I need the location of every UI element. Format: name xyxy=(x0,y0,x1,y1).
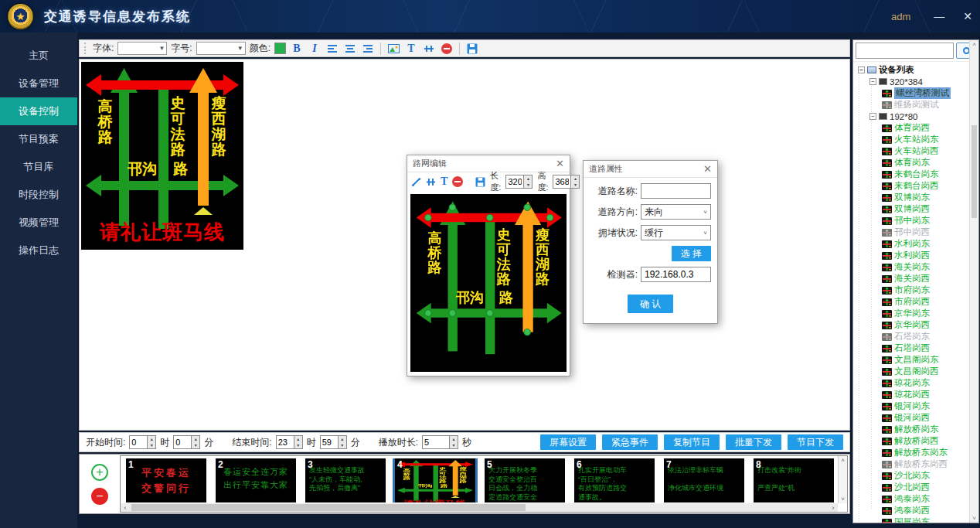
close-icon[interactable]: ✕ xyxy=(703,163,712,175)
control-point[interactable] xyxy=(546,214,554,222)
roadnet-canvas[interactable]: 高桥路 史可法路 瘦西湖路 邗沟 路 xyxy=(410,194,567,372)
device-tree-row[interactable]: − 解放桥岗西 xyxy=(882,435,968,447)
scroll-up-icon[interactable]: ˄ xyxy=(841,457,845,464)
congestion-select[interactable]: 缓行˅ xyxy=(641,225,711,240)
device-tree-row[interactable]: − 文昌阁岗西 xyxy=(882,366,968,377)
duration-spinner[interactable]: ▴▾ xyxy=(422,435,458,449)
detector-input[interactable] xyxy=(641,267,711,282)
control-point[interactable] xyxy=(424,214,432,222)
end-hour-spinner[interactable]: ▴▾ xyxy=(276,435,303,449)
roadnet-tool-icon[interactable] xyxy=(422,42,436,56)
device-tree-row[interactable]: − 市府岗东 xyxy=(882,284,968,296)
device-tree-row[interactable]: − 海关岗西 xyxy=(882,273,968,284)
playlist-item[interactable]: 2 春运安全连万家 出行平安靠大家 xyxy=(216,458,296,502)
device-tree-row[interactable]: − 解放桥东岗西 xyxy=(882,458,968,470)
control-point[interactable] xyxy=(424,309,432,317)
tree-collapse-icon[interactable]: − xyxy=(858,66,865,73)
road-tool-icon[interactable] xyxy=(426,175,436,189)
spin-down-icon[interactable]: ▾ xyxy=(148,442,155,448)
scroll-left-icon[interactable]: ‹ xyxy=(121,504,130,512)
device-tree-row[interactable]: − 国展岗东 xyxy=(882,516,968,523)
spin-down-icon[interactable]: ▾ xyxy=(294,442,302,448)
device-tree-row[interactable]: − 邗中岗东 xyxy=(882,215,968,227)
spin-up-icon[interactable]: ▴ xyxy=(524,175,532,182)
length-spinner[interactable]: ▴▾ xyxy=(505,175,533,189)
sign-preview[interactable]: 高桥路 史可法路 瘦西湖路 邗沟 路 请礼让斑马线 xyxy=(81,62,243,250)
playlist-vertical-scrollbar[interactable]: ˄˅ xyxy=(838,456,847,503)
action-button[interactable]: 复制节目 xyxy=(664,434,720,450)
select-button[interactable]: 选 择 xyxy=(672,246,711,261)
device-tree-row[interactable]: − 石塔岗西 xyxy=(882,342,968,354)
playlist-item[interactable]: 8 打击改装“炸街 严查严处“机 xyxy=(754,458,834,502)
scroll-up-icon[interactable]: ˄ xyxy=(972,41,976,48)
end-hour-input[interactable] xyxy=(277,436,294,448)
scroll-right-icon[interactable]: › xyxy=(829,504,838,512)
device-tree-row[interactable]: − 银河岗东 xyxy=(882,400,968,412)
edit-canvas[interactable]: 高桥路 史可法路 瘦西湖路 邗沟 路 请礼让斑马线 路网编辑 ✕ T xyxy=(79,59,850,431)
color-swatch[interactable] xyxy=(274,43,286,54)
sidebar-item[interactable]: 节目库 xyxy=(0,153,77,181)
end-minute-input[interactable] xyxy=(321,436,338,448)
height-input[interactable] xyxy=(553,175,570,188)
close-button[interactable]: ✕ xyxy=(963,11,972,22)
align-right-button[interactable] xyxy=(361,42,375,56)
save-icon[interactable] xyxy=(475,175,485,189)
spin-down-icon[interactable]: ▾ xyxy=(571,182,579,188)
control-point[interactable] xyxy=(486,214,494,222)
sidebar-item[interactable]: 节目预案 xyxy=(0,125,77,153)
control-point[interactable] xyxy=(523,203,531,211)
sidebar-item[interactable]: 操作日志 xyxy=(0,237,77,264)
device-tree-row[interactable]: − 琼花岗东 xyxy=(882,377,968,389)
playlist-item[interactable]: 7 依法治理非标车辆 净化城市交通环境 xyxy=(664,458,744,502)
spin-down-icon[interactable]: ▾ xyxy=(524,182,532,188)
start-hour-spinner[interactable]: ▴▾ xyxy=(129,435,156,449)
delete-icon[interactable] xyxy=(452,175,463,189)
length-input[interactable] xyxy=(506,175,523,188)
scrollbar-thumb[interactable] xyxy=(131,504,526,511)
font-size-select[interactable]: ▼ xyxy=(196,42,246,55)
device-tree-row[interactable]: − 双博岗东 xyxy=(882,192,968,203)
spin-down-icon[interactable]: ▾ xyxy=(339,442,346,448)
road-direction-select[interactable]: 来向˅ xyxy=(641,204,711,220)
font-select[interactable]: ▼ xyxy=(117,42,167,55)
action-button[interactable]: 节目下发 xyxy=(788,434,843,450)
device-tree-row[interactable]: − 京华岗东 xyxy=(882,308,968,319)
playlist-horizontal-scrollbar[interactable]: ‹ › xyxy=(121,503,838,512)
draw-line-icon[interactable] xyxy=(411,175,421,189)
device-tree-row[interactable]: − 火车站岗东 xyxy=(882,134,968,145)
spin-up-icon[interactable]: ▴ xyxy=(192,436,199,442)
device-tree-row[interactable]: − 解放桥岗东 xyxy=(882,424,968,435)
device-tree-row[interactable]: − 体育岗东 xyxy=(882,157,968,169)
spin-up-icon[interactable]: ▴ xyxy=(339,436,346,442)
bold-button[interactable]: B xyxy=(290,42,304,56)
control-point[interactable] xyxy=(449,203,457,211)
playlist-item[interactable]: 5 大力开展秋冬季 交通安全整治百 日会战，全力稳 定道路交通安全 形势！ xyxy=(485,458,565,502)
action-button[interactable]: 紧急事件 xyxy=(602,434,658,450)
sidebar-item[interactable]: 设备管理 xyxy=(0,70,77,97)
device-tree-row[interactable]: − 石塔岗东 xyxy=(882,331,968,342)
scrollbar-thumb[interactable] xyxy=(971,125,977,218)
device-tree-row[interactable]: − 沙北岗西 xyxy=(882,482,968,493)
confirm-button[interactable]: 确 认 xyxy=(628,295,673,313)
duration-input[interactable] xyxy=(423,436,449,448)
spin-up-icon[interactable]: ▴ xyxy=(450,436,458,442)
device-tree-row[interactable]: − 水利岗东 xyxy=(882,238,968,250)
device-tree-row[interactable]: − 解放桥东岗东 xyxy=(882,447,968,458)
device-tree-row[interactable]: − 螺丝湾桥测试 xyxy=(882,87,968,99)
align-center-button[interactable] xyxy=(343,42,357,56)
control-point[interactable] xyxy=(523,329,531,336)
italic-button[interactable]: I xyxy=(308,42,322,56)
image-icon[interactable] xyxy=(386,42,400,56)
spin-up-icon[interactable]: ▴ xyxy=(148,436,155,442)
text-tool-icon[interactable]: T xyxy=(441,175,447,189)
road-name-input[interactable] xyxy=(641,183,711,199)
tree-collapse-icon[interactable]: − xyxy=(869,78,876,85)
playlist-item[interactable]: 1 平安春运 交警同行 xyxy=(126,458,206,502)
device-tree-scrollbar[interactable]: ˄ ˅ xyxy=(969,40,978,523)
close-icon[interactable]: ✕ xyxy=(556,158,564,169)
device-tree-row[interactable]: − 192*80 xyxy=(869,111,968,122)
device-tree-row[interactable]: − 双博岗西 xyxy=(882,203,968,215)
device-tree-row[interactable]: − 邗中岗西 xyxy=(882,227,968,238)
device-tree-row[interactable]: − 维扬岗测试 xyxy=(882,99,968,111)
save-icon[interactable] xyxy=(465,42,479,56)
